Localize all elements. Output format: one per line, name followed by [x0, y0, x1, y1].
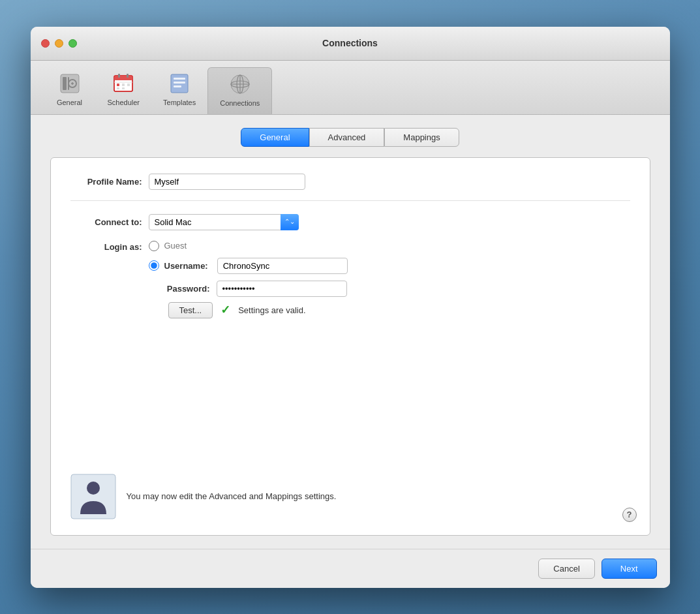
person-icon [70, 474, 116, 519]
info-area: You may now edit the Advanced and Mappin… [70, 474, 630, 519]
login-as-section: Login as: Guest Username: Pa [70, 241, 630, 297]
svg-rect-10 [122, 84, 125, 86]
login-as-label: Login as: [70, 241, 149, 252]
tab-bar: General Advanced Mappings [50, 128, 650, 147]
connect-to-select-wrapper: Solid Mac [149, 214, 299, 230]
bottom-bar: Cancel Next [31, 549, 670, 588]
svg-rect-6 [118, 74, 120, 78]
guest-radio[interactable] [149, 241, 159, 251]
cancel-button[interactable]: Cancel [538, 559, 594, 579]
svg-rect-13 [122, 87, 125, 89]
status-text: Settings are valid. [238, 305, 305, 315]
help-button[interactable]: ? [622, 508, 637, 522]
svg-rect-15 [174, 78, 185, 80]
next-button[interactable]: Next [601, 559, 657, 579]
window-title: Connections [322, 38, 378, 48]
svg-rect-5 [114, 76, 132, 80]
svg-rect-7 [127, 74, 129, 78]
templates-icon [167, 71, 192, 96]
tab-advanced[interactable]: Advanced [309, 128, 385, 147]
toolbar-label-general: General [57, 99, 82, 106]
guest-label: Guest [164, 241, 187, 251]
status-check-icon: ✓ [221, 303, 230, 317]
radio-group: Guest Username: Password: [149, 241, 348, 297]
toolbar-item-general[interactable]: General [44, 67, 96, 114]
tab-mappings[interactable]: Mappings [384, 128, 459, 147]
toolbar-label-connections: Connections [220, 99, 260, 107]
toolbar-label-scheduler: Scheduler [108, 99, 140, 106]
profile-name-label: Profile Name: [70, 177, 149, 187]
toolbar-item-connections[interactable]: Connections [207, 67, 272, 114]
password-label: Password: [164, 284, 217, 294]
svg-rect-1 [63, 77, 67, 90]
toolbar-item-templates[interactable]: Templates [151, 67, 207, 114]
username-radio-item: Username: [149, 258, 348, 274]
svg-rect-16 [174, 82, 185, 84]
close-button[interactable] [41, 39, 50, 48]
svg-rect-11 [127, 84, 130, 86]
test-row: Test... ✓ Settings are valid. [70, 302, 630, 318]
svg-rect-12 [117, 87, 119, 89]
svg-point-24 [87, 482, 100, 495]
minimize-button[interactable] [55, 39, 63, 48]
profile-name-input[interactable] [149, 174, 305, 190]
traffic-lights [41, 39, 77, 48]
test-button[interactable]: Test... [168, 302, 213, 318]
divider [70, 200, 630, 201]
tab-general[interactable]: General [241, 128, 309, 147]
username-input[interactable] [217, 258, 348, 274]
connect-to-label: Connect to: [70, 217, 149, 227]
scheduler-icon [111, 71, 136, 96]
svg-rect-17 [174, 85, 181, 87]
password-row: Password: [149, 281, 348, 297]
connections-icon [228, 72, 252, 97]
maximize-button[interactable] [68, 39, 77, 48]
main-window: Connections General [31, 27, 670, 588]
toolbar: General Scheduler [31, 61, 670, 115]
connect-to-row: Connect to: Solid Mac [70, 214, 630, 230]
info-message: You may now edit the Advanced and Mappin… [127, 491, 337, 501]
profile-name-row: Profile Name: [70, 174, 630, 190]
username-label: Username: [164, 261, 208, 271]
guest-radio-item: Guest [149, 241, 348, 251]
username-radio[interactable] [149, 260, 159, 271]
connect-to-select[interactable]: Solid Mac [149, 214, 299, 230]
general-icon [57, 71, 82, 96]
toolbar-label-templates: Templates [163, 99, 196, 106]
content-panel: Profile Name: Connect to: Solid Mac Logi… [50, 157, 650, 536]
toolbar-item-scheduler[interactable]: Scheduler [96, 67, 152, 114]
password-input[interactable] [217, 281, 347, 297]
dialog-body: General Advanced Mappings Profile Name: … [31, 115, 670, 549]
svg-rect-9 [117, 84, 119, 86]
titlebar: Connections [31, 27, 670, 61]
